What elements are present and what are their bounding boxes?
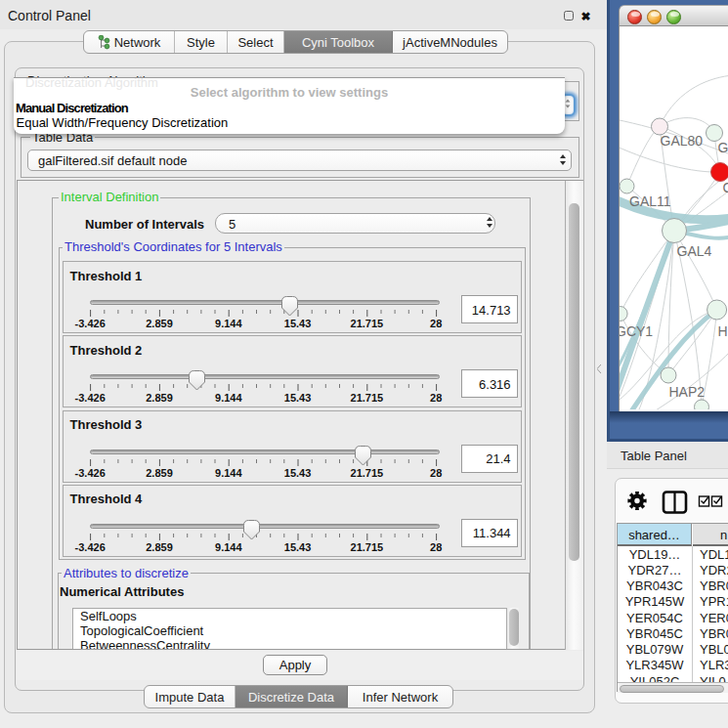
svg-text:GA: GA [718,140,728,155]
svg-text:GAL11: GAL11 [629,193,671,209]
svg-text:H: H [718,323,728,339]
svg-text:GAL80: GAL80 [661,133,704,149]
svg-text:GCY1: GCY1 [620,323,653,339]
svg-text:C: C [723,180,728,195]
svg-text:HAP2: HAP2 [669,384,706,400]
svg-text:GAL4: GAL4 [677,243,712,259]
